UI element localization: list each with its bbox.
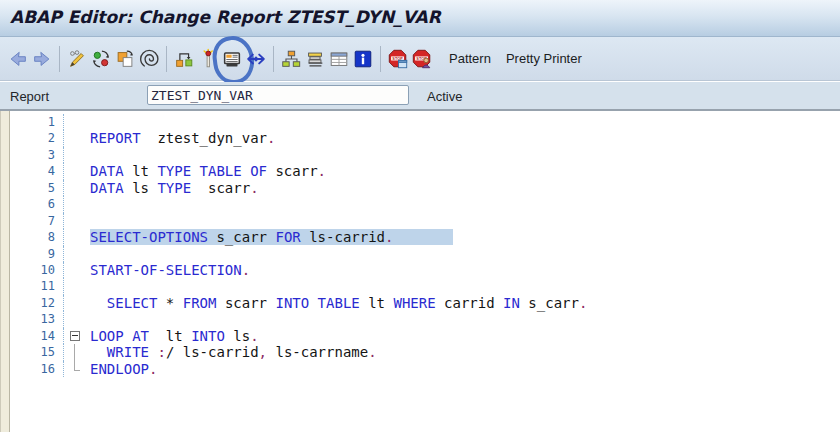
- code-line: 7: [11, 213, 840, 229]
- code-text[interactable]: REPORT ztest_dyn_var.: [86, 130, 275, 146]
- object-list-icon[interactable]: [279, 46, 303, 72]
- code-line: 1: [11, 114, 840, 130]
- code-lines: 12REPORT ztest_dyn_var.34DATA lt TYPE TA…: [11, 114, 840, 377]
- report-label: Report: [10, 89, 49, 104]
- fold-margin: [64, 295, 86, 311]
- code-editor: 12REPORT ztest_dyn_var.34DATA lt TYPE TA…: [0, 111, 840, 432]
- code-text[interactable]: ENDLOOP.: [86, 361, 157, 377]
- code-line: 6: [11, 196, 840, 212]
- pretty-printer-button[interactable]: Pretty Printer: [506, 51, 582, 66]
- line-number[interactable]: 11: [11, 278, 64, 294]
- fold-toggle-icon[interactable]: [64, 328, 86, 344]
- fold-margin: [64, 196, 86, 212]
- breakpoint-icon[interactable]: STOP: [386, 46, 410, 72]
- info-icon[interactable]: [351, 46, 375, 72]
- toolbar: STOPSTOP Pattern Pretty Printer: [0, 37, 840, 81]
- forward-icon[interactable]: [30, 46, 54, 72]
- code-text[interactable]: SELECT * FROM scarr INTO TABLE lt WHERE …: [86, 295, 587, 311]
- line-number[interactable]: 9: [11, 246, 64, 262]
- back-icon[interactable]: [6, 46, 30, 72]
- code-text[interactable]: [86, 278, 90, 294]
- toolbar-separator: [166, 46, 167, 72]
- page-title: ABAP Editor: Change Report ZTEST_DYN_VAR: [0, 0, 840, 27]
- line-number[interactable]: 1: [11, 114, 64, 130]
- line-number[interactable]: 12: [11, 295, 64, 311]
- fold-margin: [64, 180, 86, 196]
- code-line: 9: [11, 246, 840, 262]
- code-text[interactable]: [86, 213, 90, 229]
- code-line: 11: [11, 278, 840, 294]
- toolbar-separator: [380, 46, 381, 72]
- activate-icon[interactable]: [196, 46, 220, 72]
- breakpoint-margin[interactable]: [0, 111, 10, 432]
- line-number[interactable]: 2: [11, 130, 64, 146]
- line-number[interactable]: 4: [11, 163, 64, 179]
- fold-margin: [64, 246, 86, 262]
- toolbar-icons: STOPSTOP: [6, 46, 434, 72]
- code-text[interactable]: START-OF-SELECTION.: [86, 262, 250, 278]
- code-text[interactable]: [86, 311, 90, 327]
- code-line: 8SELECT-OPTIONS s_carr FOR ls-carrid.: [11, 229, 840, 245]
- line-number[interactable]: 3: [11, 147, 64, 163]
- status-badge: Active: [427, 89, 462, 104]
- code-text[interactable]: [86, 147, 90, 163]
- highlighted-statement[interactable]: SELECT-OPTIONS s_carr FOR ls-carrid.: [90, 229, 453, 245]
- fold-margin: [64, 311, 86, 327]
- line-number[interactable]: 8: [11, 229, 64, 245]
- fold-margin: [64, 163, 86, 179]
- fold-margin: [64, 130, 86, 146]
- fold-margin: [64, 229, 86, 245]
- where-used-icon[interactable]: [244, 46, 268, 72]
- fold-margin: [64, 262, 86, 278]
- code-line: 4DATA lt TYPE TABLE OF scarr.: [11, 163, 840, 179]
- code-text[interactable]: [86, 246, 90, 262]
- line-number[interactable]: 10: [11, 262, 64, 278]
- pattern-button[interactable]: Pattern: [449, 51, 491, 66]
- title-bar: ABAP Editor: Change Report ZTEST_DYN_VAR: [0, 0, 840, 37]
- code-line: 16ENDLOOP.: [11, 361, 840, 377]
- code-line: 3: [11, 147, 840, 163]
- code-text[interactable]: DATA lt TYPE TABLE OF scarr.: [86, 163, 326, 179]
- other-object-icon[interactable]: [89, 46, 113, 72]
- fold-margin: [64, 278, 86, 294]
- toolbar-separator: [59, 46, 60, 72]
- code-text[interactable]: SELECT-OPTIONS s_carr FOR ls-carrid.: [86, 229, 453, 245]
- code-line: 10START-OF-SELECTION.: [11, 262, 840, 278]
- check-icon[interactable]: [137, 46, 161, 72]
- test-icon[interactable]: [220, 46, 244, 72]
- code-line: 13: [11, 311, 840, 327]
- code-line: 14LOOP AT lt INTO ls.: [11, 328, 840, 344]
- line-number[interactable]: 16: [11, 361, 64, 377]
- fold-margin: [64, 344, 86, 360]
- code-line: 5DATA ls TYPE scarr.: [11, 180, 840, 196]
- toolbar-separator: [273, 46, 274, 72]
- table-view-icon[interactable]: [327, 46, 351, 72]
- code-text[interactable]: WRITE :/ ls-carrid, ls-carrname.: [86, 344, 377, 360]
- line-number[interactable]: 15: [11, 344, 64, 360]
- nav-stack-icon[interactable]: [303, 46, 327, 72]
- code-text[interactable]: DATA ls TYPE scarr.: [86, 180, 259, 196]
- code-line: 2REPORT ztest_dyn_var.: [11, 130, 840, 146]
- code-text[interactable]: [86, 114, 90, 130]
- line-number[interactable]: 14: [11, 328, 64, 344]
- assign-icon[interactable]: [172, 46, 196, 72]
- report-bar: Report Active: [0, 82, 840, 111]
- fold-margin: [64, 147, 86, 163]
- line-number[interactable]: 6: [11, 196, 64, 212]
- line-number[interactable]: 5: [11, 180, 64, 196]
- code-text[interactable]: [86, 196, 90, 212]
- fold-margin: [64, 213, 86, 229]
- display-change-icon[interactable]: [65, 46, 89, 72]
- line-number[interactable]: 7: [11, 213, 64, 229]
- fold-margin: [64, 361, 86, 377]
- code-line: 15 WRITE :/ ls-carrid, ls-carrname.: [11, 344, 840, 360]
- fold-margin: [64, 114, 86, 130]
- watchpoint-icon[interactable]: STOP: [410, 46, 434, 72]
- code-text[interactable]: LOOP AT lt INTO ls.: [86, 328, 259, 344]
- code-line: 12 SELECT * FROM scarr INTO TABLE lt WHE…: [11, 295, 840, 311]
- line-number[interactable]: 13: [11, 311, 64, 327]
- report-name-input[interactable]: [147, 85, 409, 105]
- copy-icon[interactable]: [113, 46, 137, 72]
